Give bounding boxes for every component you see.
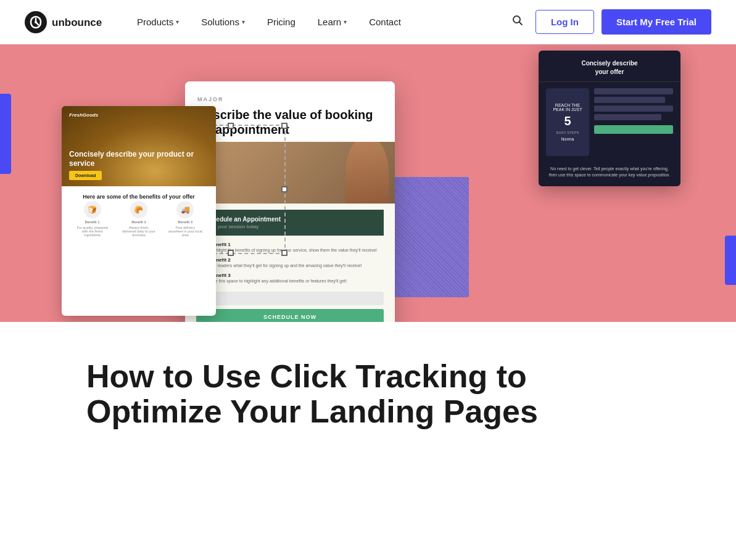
bakery-icon-circle-3: 🚚 — [176, 201, 194, 218]
login-button[interactable]: Log In — [535, 10, 594, 34]
benefit-label-1: Benefit 1 — [210, 242, 377, 247]
chevron-down-icon: ▾ — [344, 19, 347, 25]
benefit-desc-2: Tell readers what they'll get for signin… — [210, 263, 362, 268]
bakery-icon-label-3: Benefit 3 — [178, 220, 192, 224]
bakery-icon-item-3: 🚚 Benefit 3 Fast delivery anywhere in yo… — [168, 201, 202, 237]
bakery-icon-circle-2: 🥐 — [130, 201, 147, 218]
benefit-row-2: ✓ Benefit 2 Tell readers what they'll ge… — [196, 257, 384, 268]
benefit-label-2: Benefit 2 — [210, 257, 362, 263]
nav-item-learn[interactable]: Learn ▾ — [308, 12, 357, 32]
benefit-row-3: ✓ Benefit 3 Use this space to highlight … — [196, 273, 384, 284]
search-button[interactable] — [507, 10, 528, 34]
reach-text: REACH THEPEAK IN JUST — [553, 103, 582, 112]
schedule-button[interactable]: SCHEDULE NOW — [196, 309, 384, 322]
bakery-cta-button[interactable]: Download — [69, 171, 102, 180]
dark-card-icon-area: REACH THEPEAK IN JUST 5 EASY STEPS Norma — [546, 88, 589, 156]
form-input-1 — [196, 292, 384, 305]
nav-item-pricing[interactable]: Pricing — [257, 12, 305, 32]
navbar: unbounce Products ▾ Solutions ▾ Pricing … — [0, 0, 736, 44]
main-landing-card: MAJOR Describe the value of booking an a… — [185, 81, 395, 322]
svg-point-1 — [35, 21, 37, 23]
nav-links: Products ▾ Solutions ▾ Pricing Learn ▾ C… — [127, 12, 507, 32]
svg-text:unbounce: unbounce — [52, 17, 102, 28]
main-card-body: Schedule an Appointment Book your sessio… — [185, 204, 395, 322]
bakery-icon-desc-2: Always fresh, delivered daily to your do… — [122, 226, 155, 237]
main-card-title: Describe the value of booking an appoint… — [197, 107, 382, 137]
bakery-card-image: FreshGoods Concisely describe your produ… — [62, 106, 216, 186]
dark-card-body: REACH THEPEAK IN JUST 5 EASY STEPS Norma — [539, 82, 680, 162]
logo[interactable]: unbounce — [25, 11, 107, 33]
dark-card-title: Concisely describeyour offer — [581, 60, 637, 75]
mockup-container: Concisely describeyour offer REACH THEPE… — [0, 44, 736, 322]
article-section: How to Use Click Tracking to Optimize Yo… — [0, 322, 736, 454]
benefit-row-1: ✓ Benefit 1 Highlight the benefits of si… — [196, 242, 384, 253]
dark-card-form — [594, 88, 673, 156]
name-text: Norma — [561, 137, 574, 141]
nav-item-contact[interactable]: Contact — [359, 12, 411, 32]
steps-text: EASY STEPS — [556, 131, 579, 134]
main-card-brand: MAJOR — [197, 96, 382, 102]
bakery-benefits-title: Here are some of the benefits of your of… — [69, 194, 209, 200]
chevron-down-icon: ▾ — [242, 19, 245, 25]
nav-right: Log In Start My Free Trial — [507, 9, 711, 35]
peak-number: 5 — [564, 114, 571, 128]
appt-title: Schedule an Appointment — [205, 216, 375, 223]
bakery-icon-desc-3: Fast delivery anywhere in your local are… — [168, 226, 202, 237]
article-title: How to Use Click Tracking to Optimize Yo… — [86, 359, 568, 429]
logo-wordmark: unbounce — [52, 15, 107, 29]
dark-card-description: No need to get clever. Tell people exact… — [539, 162, 680, 184]
hero-image-section: Concisely describeyour offer REACH THEPE… — [0, 44, 736, 322]
bakery-icon-label-1: Benefit 1 — [85, 220, 100, 224]
nav-item-products[interactable]: Products ▾ — [127, 12, 189, 32]
start-trial-button[interactable]: Start My Free Trial — [602, 9, 711, 35]
bakery-icon-circle-1: 🍞 — [84, 201, 101, 218]
benefit-label-3: Benefit 3 — [210, 273, 347, 278]
main-card-hero-image — [185, 142, 395, 204]
bakery-headline: Concisely describe your product or servi… — [69, 150, 209, 168]
main-card-header: MAJOR Describe the value of booking an a… — [185, 81, 395, 137]
bakery-landing-card: FreshGoods Concisely describe your produ… — [62, 106, 216, 316]
bakery-card-body: Here are some of the benefits of your of… — [62, 186, 216, 249]
bakery-icon-desc-1: For quality, prepared with the finest in… — [75, 226, 109, 237]
bakery-brand: FreshGoods — [69, 112, 98, 118]
bakery-icon-label-2: Benefit 2 — [131, 220, 146, 224]
dark-card-header: Concisely describeyour offer — [539, 51, 680, 82]
benefit-desc-1: Highlight the benefits of signing up for… — [210, 247, 377, 253]
bakery-icon-item-1: 🍞 Benefit 1 For quality, prepared with t… — [75, 201, 109, 237]
nav-item-solutions[interactable]: Solutions ▾ — [191, 12, 255, 32]
chevron-down-icon: ▾ — [176, 19, 179, 25]
appointment-box: Schedule an Appointment Book your sessio… — [196, 210, 384, 236]
dark-landing-card: Concisely describeyour offer REACH THEPE… — [539, 51, 680, 186]
appt-sub: Book your session today — [205, 224, 375, 229]
bakery-icons-row: 🍞 Benefit 1 For quality, prepared with t… — [69, 201, 209, 237]
benefit-desc-3: Use this space to highlight any addition… — [210, 278, 347, 284]
search-icon — [512, 15, 523, 26]
bakery-icon-item-2: 🥐 Benefit 2 Always fresh, delivered dail… — [122, 201, 155, 237]
